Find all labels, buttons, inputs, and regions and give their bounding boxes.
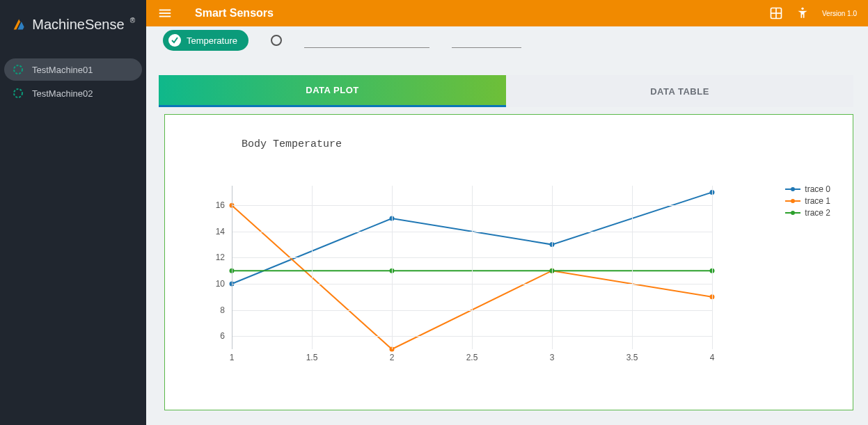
y-tick: 16 [204,200,225,210]
x-tick: 2 [390,353,395,362]
filter-input-1[interactable] [304,33,429,48]
svg-point-2 [14,65,22,74]
x-tick: 2.5 [466,353,478,362]
y-tick: 12 [204,252,225,262]
chip-label: Temperature [187,35,237,46]
sidebar-item-testmachine01[interactable]: TestMachine01 [4,58,142,81]
tab-data-plot[interactable]: DATA PLOT [159,75,506,107]
y-tick: 6 [204,331,225,341]
x-tick: 3.5 [626,353,638,362]
tab-label: DATA TABLE [650,86,709,97]
sidebar: MachineSense® TestMachine01 TestMachine0… [0,0,146,425]
y-tick: 14 [204,227,225,236]
app-header: Smart Sensors Version 1.0 [146,0,868,26]
legend-label: trace 1 [805,196,830,206]
sidebar-items: TestMachine01 TestMachine02 [0,51,146,106]
legend-swatch [785,189,800,190]
legend-item-trace-0[interactable]: trace 0 [785,184,830,194]
menu-icon[interactable] [157,6,173,21]
unselected-radio[interactable] [271,35,282,46]
legend-swatch [785,212,800,214]
version-label: Version 1.0 [822,10,857,17]
machine-icon [13,64,24,75]
tab-label: DATA PLOT [306,85,358,95]
x-tick: 4 [710,353,715,362]
grid-view-icon[interactable] [769,6,783,20]
brand-text: MachineSense [32,17,124,33]
sidebar-item-label: TestMachine02 [32,88,93,99]
content-tabs: DATA PLOT DATA TABLE [159,75,853,107]
sidebar-item-label: TestMachine01 [32,65,93,75]
y-tick: 8 [204,305,225,315]
svg-rect-4 [159,10,171,11]
x-tick: 1.5 [306,353,318,362]
sidebar-item-testmachine02[interactable]: TestMachine02 [0,81,146,106]
legend-label: trace 2 [805,208,830,218]
filter-input-2[interactable] [452,33,521,48]
svg-rect-6 [159,16,171,17]
filter-bar: Temperature [146,26,868,54]
chart-legend: trace 0 trace 1 trace 2 [785,184,830,220]
chart-title: Body Temperature [242,138,342,150]
plot-area[interactable]: 681012141611.522.533.54 [232,186,712,349]
x-tick: 1 [230,353,235,362]
metric-chip-temperature[interactable]: Temperature [163,30,248,51]
check-icon [168,34,181,47]
legend-item-trace-1[interactable]: trace 1 [785,196,830,206]
machine-icon [13,88,24,99]
svg-rect-5 [159,13,171,14]
y-tick: 10 [204,279,225,289]
tab-data-table[interactable]: DATA TABLE [506,75,853,107]
legend-item-trace-2[interactable]: trace 2 [785,208,830,218]
legend-swatch [785,200,800,202]
brand-mark-icon [11,15,26,33]
svg-point-3 [14,89,22,97]
page-title: Smart Sensors [195,7,274,19]
svg-point-10 [801,8,803,10]
x-tick: 3 [550,353,555,362]
chart-panel: Body Temperature 681012141611.522.533.54… [164,114,853,410]
brand-logo: MachineSense® [0,0,146,51]
legend-label: trace 0 [805,184,830,194]
accessibility-icon[interactable] [796,6,810,20]
